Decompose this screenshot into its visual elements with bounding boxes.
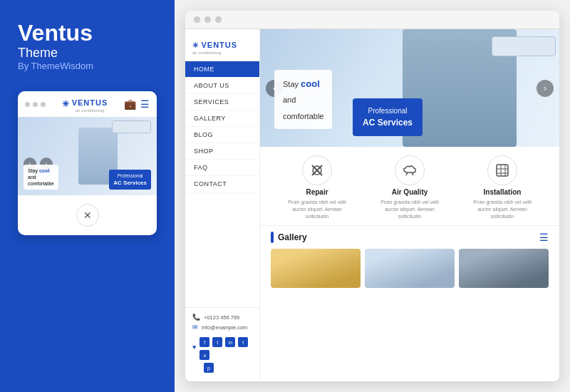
mobile-repair-icon: ✕ — [76, 204, 99, 227]
repair-title: Repair — [306, 188, 328, 196]
sidebar-item-services[interactable]: SERVICES — [185, 94, 259, 110]
pinterest-icon[interactable]: p — [204, 363, 214, 373]
hero-ac-unit — [492, 36, 556, 56]
mobile-and-text: and — [28, 175, 36, 180]
right-panel: ✳ VENTUS air conditioning HOME ABOUT US … — [175, 0, 570, 392]
tumblr-icon[interactable]: t — [238, 337, 248, 347]
youtube-icon[interactable]: u — [200, 350, 209, 360]
sidebar-item-blog[interactable]: BLOG — [185, 127, 259, 143]
sidebar-item-gallery[interactable]: GALLERY — [185, 110, 259, 127]
gallery-title: Gallery — [278, 232, 307, 242]
mobile-dot-3 — [41, 102, 46, 107]
sidebar-logo-text: VENTUS — [201, 41, 237, 49]
mobile-repair-row: ✕ — [18, 195, 157, 235]
air-quality-title: Air Quality — [392, 188, 428, 196]
service-air-quality: Air Quality Proin gravida nibh vel velit… — [363, 155, 456, 220]
mobile-cool-text: cool — [39, 168, 49, 173]
sidebar-phone: 📞 +0123 456 789 — [192, 314, 252, 321]
mobile-dot-2 — [33, 102, 38, 107]
gallery-section: Gallery ☰ — [260, 226, 559, 381]
gallery-item-2 — [365, 249, 455, 288]
gallery-title-wrap: Gallery — [271, 232, 307, 243]
gallery-item-3 — [459, 249, 549, 288]
mobile-professional-text: Professional — [118, 173, 143, 178]
brand-section: Ventus Theme By ThemeWisdom — [18, 21, 157, 71]
hero-stay-box: Stay cool and comfortable — [274, 70, 332, 129]
service-repair: Repair Proin gravida nibh vel velit auct… — [271, 155, 363, 220]
sidebar-phone-number: +0123 456 789 — [204, 314, 239, 321]
sidebar-logo-sub: air conditioning — [192, 51, 252, 55]
gallery-accent-bar — [271, 232, 274, 243]
facebook-icon[interactable]: f — [200, 337, 209, 347]
sidebar-navigation: HOME ABOUT US SERVICES GALLERY BLOG SHOP… — [185, 61, 259, 307]
mobile-dot-1 — [25, 102, 30, 107]
mobile-logo-icon: ✳ — [62, 99, 69, 109]
installation-icon — [494, 163, 510, 178]
sidebar-contact: 📞 +0123 456 789 ✉ info@example.com ♥ f t… — [185, 307, 259, 381]
mobile-logo: ✳ VENTUS air conditioning — [62, 96, 108, 113]
sidebar-social-extra: p — [204, 363, 252, 373]
phone-icon: 📞 — [192, 314, 200, 321]
sidebar-item-shop[interactable]: SHOP — [185, 143, 259, 160]
installation-title: Installation — [484, 188, 522, 196]
hero-comfortable-text: comfortable — [283, 112, 323, 120]
mobile-ac-unit — [112, 120, 151, 133]
gallery-header: Gallery ☰ — [271, 232, 549, 243]
desktop-dot-1 — [194, 16, 200, 23]
repair-icon — [310, 163, 324, 177]
sidebar-item-about[interactable]: ABOUT US — [185, 78, 259, 94]
email-icon: ✉ — [192, 324, 198, 331]
sidebar-item-home[interactable]: HOME — [185, 61, 259, 78]
sidebar-logo: ✳ VENTUS air conditioning — [185, 29, 259, 61]
twitter-icon[interactable]: t — [212, 337, 222, 347]
gallery-menu-icon[interactable]: ☰ — [539, 232, 549, 243]
sidebar-email: ✉ info@example.com — [192, 324, 252, 331]
menu-icon[interactable]: ☰ — [140, 98, 150, 110]
services-row: Repair Proin gravida nibh vel velit auct… — [260, 147, 559, 226]
air-quality-icon-circle — [395, 155, 425, 185]
mobile-logo-text-wrap: VENTUS air conditioning — [72, 96, 108, 113]
gallery-grid — [271, 249, 549, 288]
briefcase-icon: 💼 — [124, 98, 136, 110]
installation-icon-circle — [487, 155, 517, 185]
sidebar-social-row: ♥ f t in t u — [192, 334, 252, 360]
sidebar-social-icons: f t in t u — [200, 337, 252, 360]
brand-name: Ventus — [18, 21, 157, 44]
repair-icon-circle — [302, 155, 332, 185]
brand-theme: Theme — [18, 46, 157, 61]
mobile-top-bar: ✳ VENTUS air conditioning 💼 ☰ — [18, 91, 157, 117]
mobile-stay-text: Stay — [28, 168, 38, 173]
mobile-logo-text: VENTUS — [72, 98, 108, 107]
repair-desc: Proin gravida nibh vel velit auctor aliq… — [281, 199, 353, 220]
air-quality-desc: Proin gravida nibh vel velit auctor aliq… — [374, 199, 445, 220]
mobile-dots — [25, 102, 46, 107]
sidebar-item-faq[interactable]: FAQ — [185, 160, 259, 176]
desktop-content: ✳ VENTUS air conditioning HOME ABOUT US … — [185, 29, 559, 381]
gallery-image-2 — [365, 249, 455, 288]
linkedin-icon[interactable]: in — [225, 337, 235, 347]
desktop-dot-3 — [215, 16, 222, 23]
gallery-image-3 — [459, 249, 549, 288]
sidebar-logo-icon: ✳ — [192, 41, 198, 49]
sidebar-item-contact[interactable]: CONTACT — [185, 176, 259, 192]
svg-rect-3 — [497, 165, 508, 176]
desktop-dot-2 — [204, 16, 211, 23]
gallery-item-1 — [271, 249, 361, 288]
installation-desc: Proin gravida nibh vel velit auctor aliq… — [467, 199, 538, 220]
hero-ac-services-text: AC Services — [363, 118, 413, 128]
left-panel: Ventus Theme By ThemeWisdom ✳ VENTUS air… — [0, 0, 175, 392]
desktop-mockup: ✳ VENTUS air conditioning HOME ABOUT US … — [185, 11, 559, 381]
brand-by: By ThemeWisdom — [18, 61, 157, 71]
desktop-sidebar: ✳ VENTUS air conditioning HOME ABOUT US … — [185, 29, 260, 381]
mobile-ac-services-text: AC Services — [113, 180, 147, 186]
hero-next-arrow[interactable]: › — [537, 80, 554, 97]
mobile-logo-sub: air conditioning — [72, 108, 108, 113]
desktop-hero: ‹ › Stay cool and comfortable Profession… — [260, 29, 559, 147]
gallery-image-1 — [271, 249, 361, 288]
desktop-main-content: ‹ › Stay cool and comfortable Profession… — [260, 29, 559, 381]
hero-professional-box: Professional AC Services — [353, 98, 423, 136]
hero-professional-text: Professional — [368, 107, 408, 115]
hero-and-text: and — [283, 96, 296, 104]
mobile-stay-box: Stay cool and comfortable — [24, 165, 58, 190]
hero-stay-text: Stay — [283, 80, 301, 88]
